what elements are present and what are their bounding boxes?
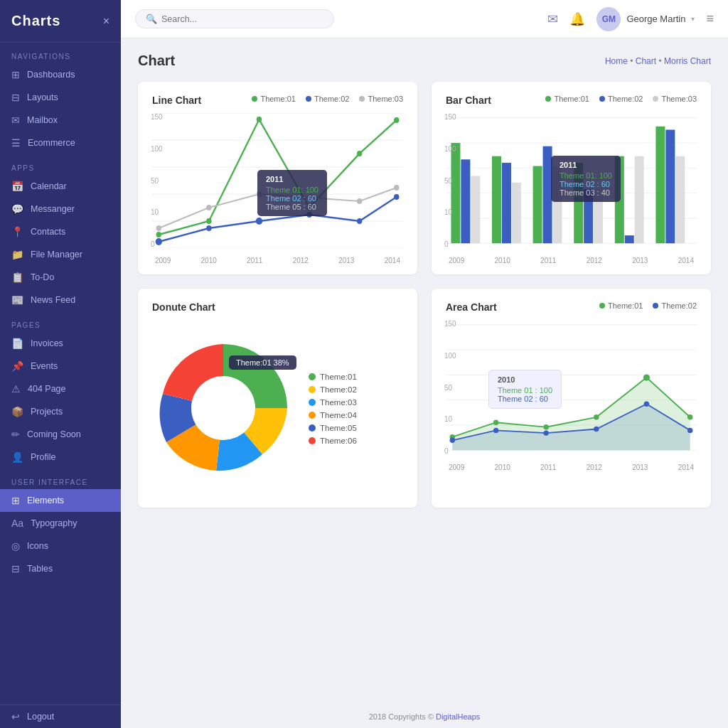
footer-link[interactable]: DigitalHeaps bbox=[436, 712, 480, 721]
sidebar-item-dashboards[interactable]: ⊞Dashboards bbox=[0, 63, 121, 86]
sidebar-item-label: Icons bbox=[27, 541, 48, 551]
svg-rect-45 bbox=[655, 127, 665, 243]
svg-point-7 bbox=[206, 218, 211, 224]
sidebar-item-label: Calendar bbox=[31, 181, 67, 191]
sidebar-item-label: Contacts bbox=[31, 227, 65, 237]
bar-chart-card: Bar Chart Theme:01Theme:02Theme:03 bbox=[432, 82, 711, 274]
404-icon: ⚠ bbox=[11, 383, 21, 395]
donut-chart-title: Donute Chart bbox=[152, 301, 403, 313]
svg-point-66 bbox=[594, 427, 599, 432]
svg-rect-32 bbox=[471, 176, 480, 243]
line-x-axis: 200920102011201220132014 bbox=[152, 255, 403, 264]
donut-legend-item: Theme:01 bbox=[309, 373, 357, 381]
svg-rect-35 bbox=[512, 183, 521, 243]
events-icon: 📌 bbox=[11, 360, 23, 372]
sidebar-section-label: NAVIGATIONS bbox=[0, 43, 121, 63]
svg-point-13 bbox=[206, 225, 211, 231]
bar-y-axis: 15010050100 bbox=[444, 113, 456, 248]
legend-item: Theme:02 bbox=[306, 95, 350, 103]
sidebar-item-logout[interactable]: ↩ Logout bbox=[0, 705, 121, 728]
sidebar-item-typography[interactable]: AaTypography bbox=[0, 512, 121, 535]
topbar-right: ✉ 🔔 GM George Martin ▾ ≡ bbox=[547, 7, 714, 31]
svg-rect-37 bbox=[543, 146, 552, 244]
user-info[interactable]: GM George Martin ▾ bbox=[596, 7, 695, 31]
news-feed-icon: 📰 bbox=[11, 294, 23, 306]
area-chart-card: Area Chart Theme:01Theme:02 bbox=[432, 289, 711, 508]
sidebar-item-todo[interactable]: 📋To-Do bbox=[0, 266, 121, 289]
bar-chart-svg bbox=[446, 113, 697, 248]
svg-rect-39 bbox=[574, 163, 583, 243]
sidebar-item-calendar[interactable]: 📅Calendar bbox=[0, 175, 121, 198]
svg-point-11 bbox=[394, 117, 399, 123]
svg-point-62 bbox=[687, 414, 692, 419]
sidebar-item-label: To-Do bbox=[31, 272, 54, 282]
line-chart-card: Line Chart Theme:01Theme:02Theme:03 bbox=[138, 82, 417, 274]
svg-rect-40 bbox=[584, 189, 593, 243]
sidebar-item-label: Elements bbox=[27, 496, 64, 505]
sidebar-item-coming-soon[interactable]: ✏Coming Soon bbox=[0, 423, 121, 446]
svg-rect-46 bbox=[665, 129, 675, 243]
bell-icon[interactable]: 🔔 bbox=[569, 11, 585, 27]
file-manager-icon: 📁 bbox=[11, 249, 23, 260]
elements-icon: ⊞ bbox=[11, 495, 20, 506]
svg-rect-42 bbox=[615, 156, 624, 244]
sidebar-header: Charts × bbox=[0, 0, 121, 43]
sidebar-item-news-feed[interactable]: 📰News Feed bbox=[0, 289, 121, 311]
legend-item: Theme:01 bbox=[545, 95, 589, 103]
svg-point-21 bbox=[306, 195, 311, 200]
projects-icon: 📦 bbox=[11, 406, 23, 417]
sidebar-item-label: Ecommerce bbox=[28, 138, 75, 148]
invoices-icon: 📄 bbox=[11, 338, 23, 349]
sidebar-item-contacts[interactable]: 📍Contacts bbox=[0, 220, 121, 243]
svg-point-68 bbox=[687, 428, 692, 433]
sidebar-item-file-manager[interactable]: 📁File Manager bbox=[0, 243, 121, 266]
email-icon[interactable]: ✉ bbox=[547, 11, 558, 27]
svg-rect-34 bbox=[502, 163, 511, 243]
svg-rect-47 bbox=[675, 156, 685, 244]
sidebar-item-label: Dashboards bbox=[27, 70, 75, 80]
legend-item: Theme:02 bbox=[599, 95, 643, 103]
sidebar-nav: NAVIGATIONS⊞Dashboards⊟Layouts✉Mailbox☰E… bbox=[0, 43, 121, 580]
svg-point-9 bbox=[306, 205, 311, 210]
tables-icon: ⊟ bbox=[11, 563, 20, 574]
legend-item: Theme:02 bbox=[653, 301, 697, 310]
svg-point-14 bbox=[256, 218, 262, 225]
sidebar-item-mailbox[interactable]: ✉Mailbox bbox=[0, 109, 121, 132]
hamburger-icon[interactable]: ≡ bbox=[706, 11, 714, 26]
sidebar-item-messanger[interactable]: 💬Messanger bbox=[0, 198, 121, 220]
svg-point-67 bbox=[644, 402, 649, 407]
sidebar-item-invoices[interactable]: 📄Invoices bbox=[0, 332, 121, 355]
sidebar-item-label: News Feed bbox=[31, 295, 75, 305]
sidebar-item-projects[interactable]: 📦Projects bbox=[0, 400, 121, 423]
svg-point-65 bbox=[543, 430, 548, 435]
sidebar-item-profile[interactable]: 👤Profile bbox=[0, 446, 121, 469]
main-content: 🔍 ✉ 🔔 GM George Martin ▾ ≡ Chart Home • … bbox=[121, 0, 728, 728]
search-input[interactable] bbox=[161, 14, 323, 24]
donut-legend-item: Theme:02 bbox=[309, 385, 357, 394]
sidebar-item-label: Messanger bbox=[31, 204, 75, 214]
sidebar-item-404[interactable]: ⚠404 Page bbox=[0, 378, 121, 400]
legend-item: Theme:03 bbox=[359, 95, 403, 103]
search-box[interactable]: 🔍 bbox=[135, 9, 334, 28]
area-chart-legend: Theme:01Theme:02 bbox=[599, 301, 697, 310]
sidebar-title: Charts bbox=[11, 13, 60, 29]
sidebar-item-elements[interactable]: ⊞Elements bbox=[0, 489, 121, 512]
svg-point-17 bbox=[394, 194, 399, 200]
sidebar-item-layouts[interactable]: ⊟Layouts bbox=[0, 86, 121, 109]
content-area: Chart Home • Chart • Morris Chart Line C… bbox=[121, 38, 728, 705]
sidebar-section-label: PAGES bbox=[0, 311, 121, 332]
svg-point-15 bbox=[306, 212, 311, 218]
footer: 2018 Copyrights © DigitalHeaps bbox=[121, 705, 728, 728]
svg-rect-38 bbox=[552, 166, 562, 244]
sidebar-item-icons[interactable]: ◎Icons bbox=[0, 535, 121, 557]
sidebar-item-tables[interactable]: ⊟Tables bbox=[0, 557, 121, 580]
line-chart-title: Line Chart bbox=[152, 95, 201, 106]
sidebar-close-icon[interactable]: × bbox=[103, 15, 109, 28]
svg-rect-43 bbox=[625, 235, 634, 243]
sidebar-item-events[interactable]: 📌Events bbox=[0, 355, 121, 378]
sidebar-item-ecommerce[interactable]: ☰Ecommerce bbox=[0, 132, 121, 154]
typography-icon: Aa bbox=[11, 518, 23, 529]
todo-icon: 📋 bbox=[11, 272, 23, 283]
sidebar-item-label: Invoices bbox=[31, 338, 63, 348]
sidebar-item-label: Typography bbox=[31, 518, 77, 528]
